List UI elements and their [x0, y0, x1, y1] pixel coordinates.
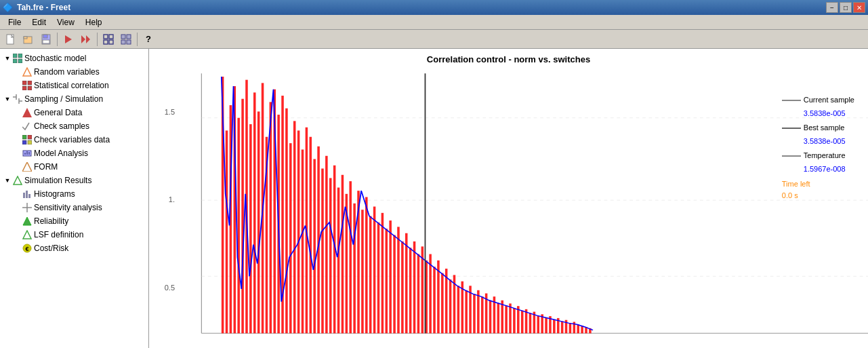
sidebar-item-reliability[interactable]: Reliability	[0, 214, 148, 228]
temperature-label: Temperature	[804, 150, 846, 162]
sidebar-item-sampling-simulation[interactable]: ▼ Sampling / Simulation	[0, 92, 148, 106]
svg-rect-73	[293, 121, 296, 333]
svg-rect-11	[104, 40, 108, 44]
grid2-icon	[121, 34, 131, 45]
svg-rect-56	[226, 130, 228, 333]
chart-area: Correlation control - norm vs. switches …	[149, 49, 868, 348]
toolbar-open[interactable]	[20, 32, 37, 47]
sidebar-item-cost-risk[interactable]: € Cost/Risk	[0, 241, 148, 255]
histograms-icon	[22, 189, 33, 199]
menu-view[interactable]: View	[51, 16, 80, 28]
svg-rect-120	[481, 296, 484, 333]
general-data-icon	[22, 107, 33, 118]
stochastic-model-label: Stochastic model	[24, 54, 86, 63]
svg-rect-19	[13, 59, 17, 63]
sidebar-item-general-data[interactable]: General Data	[0, 106, 148, 119]
current-sample-label: Current sample	[804, 94, 854, 107]
sidebar-item-random-variables[interactable]: Random variables	[0, 65, 148, 79]
svg-rect-87	[349, 181, 352, 333]
toolbar-grid2[interactable]	[118, 32, 134, 47]
window-title: Tah.fre - Freet	[17, 3, 70, 12]
toolbar-run1[interactable]	[60, 32, 77, 47]
svg-rect-14	[127, 35, 131, 39]
sidebar-item-histograms[interactable]: Histograms	[0, 187, 148, 201]
svg-rect-84	[337, 187, 340, 333]
toolbar-new[interactable]	[3, 32, 19, 47]
toolbar-save[interactable]	[38, 32, 54, 47]
svg-rect-34	[28, 140, 32, 144]
svg-rect-119	[477, 290, 480, 334]
svg-rect-9	[104, 35, 108, 39]
svg-rect-112	[449, 279, 452, 333]
grid1-icon	[103, 34, 114, 45]
sidebar-item-lsf-definition[interactable]: LSF definition	[0, 228, 148, 241]
svg-rect-124	[497, 303, 500, 333]
sidebar-item-sensitivity-analysis[interactable]: Sensitivity analysis	[0, 201, 148, 214]
svg-rect-41	[23, 193, 25, 198]
y-label-2: 1.	[169, 195, 175, 204]
cost-risk-label: Cost/Risk	[34, 244, 68, 253]
svg-rect-60	[241, 99, 244, 334]
sidebar-item-statistical-correlation[interactable]: Statistical correlation	[0, 79, 148, 92]
sidebar-item-simulation-results[interactable]: ▼ Simulation Results	[0, 174, 148, 187]
svg-rect-5	[43, 40, 49, 43]
svg-marker-7	[81, 35, 85, 43]
svg-rect-91	[365, 197, 368, 333]
svg-rect-130	[521, 311, 524, 334]
svg-rect-24	[22, 86, 26, 90]
svg-marker-40	[14, 176, 22, 185]
svg-rect-22	[22, 81, 26, 85]
y-label-1: 1.5	[165, 108, 175, 116]
time-left-value: 0.0 s	[782, 191, 798, 199]
temperature-row: Temperature	[782, 150, 854, 162]
y-label-3: 0.5	[165, 284, 175, 292]
simulation-results-icon	[12, 175, 23, 186]
menu-file[interactable]: File	[3, 16, 26, 28]
svg-rect-17	[13, 54, 17, 58]
svg-rect-100	[401, 241, 404, 333]
sensitivity-analysis-label: Sensitivity analysis	[34, 203, 102, 212]
svg-rect-85	[342, 175, 344, 334]
toolbar-run2[interactable]	[78, 32, 94, 47]
svg-rect-59	[237, 118, 240, 334]
svg-rect-96	[386, 229, 388, 333]
maximize-button[interactable]: □	[840, 2, 852, 13]
reliability-label: Reliability	[34, 216, 68, 226]
toolbar-help[interactable]: ?	[140, 32, 157, 47]
lsf-definition-icon	[22, 229, 33, 240]
sidebar-item-model-analysis[interactable]: Model Analysis	[0, 147, 148, 160]
svg-rect-23	[28, 81, 32, 85]
run2-icon	[81, 34, 91, 45]
sidebar-item-form[interactable]: FORM	[0, 160, 148, 174]
expander-results: ▼	[3, 176, 12, 185]
menu-bar: File Edit View Help	[0, 15, 868, 30]
menu-edit[interactable]: Edit	[26, 16, 51, 28]
check-samples-label: Check samples	[34, 121, 89, 131]
title-bar: 🔷 Tah.fre - Freet − □ ✕	[0, 0, 868, 15]
svg-rect-116	[465, 290, 468, 334]
minimize-button[interactable]: −	[826, 2, 838, 13]
svg-rect-2	[24, 37, 27, 39]
close-button[interactable]: ✕	[853, 2, 865, 13]
legend: Current sample 3.5838e-005 Best sample 3…	[782, 94, 854, 202]
sidebar-item-check-samples[interactable]: Check samples	[0, 119, 148, 133]
svg-rect-33	[22, 140, 26, 144]
svg-rect-72	[289, 143, 292, 333]
svg-rect-77	[310, 137, 312, 334]
svg-rect-15	[121, 40, 125, 44]
svg-rect-32	[28, 135, 32, 139]
model-analysis-label: Model Analysis	[34, 149, 88, 158]
svg-rect-107	[429, 254, 432, 334]
time-left-label: Time left	[782, 180, 810, 188]
menu-help[interactable]: Help	[80, 16, 108, 28]
svg-rect-118	[473, 294, 476, 333]
sensitivity-analysis-icon	[22, 202, 33, 213]
form-icon	[22, 161, 33, 172]
toolbar-grid1[interactable]	[100, 32, 117, 47]
svg-rect-127	[509, 303, 512, 333]
svg-marker-30	[22, 108, 32, 117]
toolbar: ?	[0, 30, 868, 49]
sidebar: ▼ Stochastic model Random variables Stat…	[0, 49, 149, 348]
sidebar-item-check-variables-data[interactable]: Check variables data	[0, 133, 148, 147]
sidebar-item-stochastic-model[interactable]: ▼ Stochastic model	[0, 52, 148, 65]
